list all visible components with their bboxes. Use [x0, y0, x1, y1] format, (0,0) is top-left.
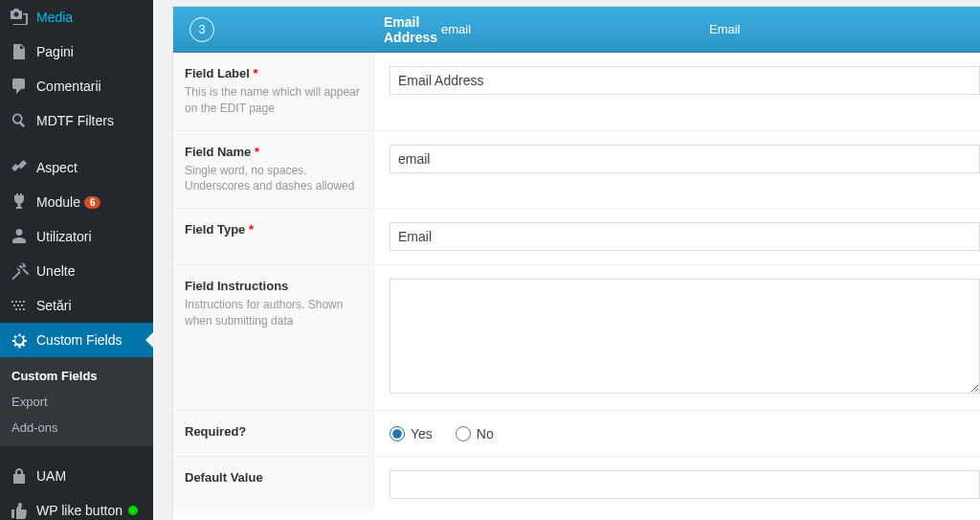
- sidebar-label: MDTF Filters: [36, 113, 114, 128]
- row-field-name: Field Name * Single word, no spaces. Und…: [173, 131, 980, 210]
- field-order-col: 3: [173, 17, 231, 42]
- submenu-item-export[interactable]: Export: [0, 389, 153, 415]
- header-field-name: email: [441, 22, 652, 36]
- comments-icon: [10, 77, 29, 96]
- sidebar-label: Utilizatori: [36, 229, 92, 244]
- row-field-type: Field Type * Email: [173, 209, 980, 265]
- sidebar-item-custom-fields[interactable]: Custom Fields: [0, 323, 153, 357]
- input-field-label[interactable]: [390, 66, 980, 95]
- sidebar-item-module[interactable]: Module 6: [0, 185, 153, 219]
- textarea-field-instructions[interactable]: [390, 279, 980, 394]
- input-field-name[interactable]: [390, 145, 980, 173]
- sidebar-label: Pagini: [36, 44, 74, 59]
- settings-icon: [10, 296, 29, 315]
- main-content: 3 Email Address email Email Field Label …: [172, 6, 980, 520]
- plugins-icon: [10, 192, 29, 212]
- field-header-row[interactable]: 3 Email Address email Email: [173, 7, 980, 53]
- row-field-instructions: Field Instructions Instructions for auth…: [173, 265, 980, 411]
- search-icon: [10, 111, 29, 130]
- row-default-value: Default Value: [173, 457, 980, 512]
- sidebar-item-mdtf-filters[interactable]: MDTF Filters: [0, 103, 153, 138]
- sidebar-item-uam[interactable]: UAM: [0, 459, 153, 493]
- tools-icon: [10, 261, 29, 281]
- required-asterisk: *: [254, 66, 258, 80]
- sidebar-item-setari[interactable]: Setări: [0, 288, 153, 323]
- sidebar-item-utilizatori[interactable]: Utilizatori: [0, 219, 153, 254]
- sidebar-label: Module: [36, 194, 80, 210]
- radio-input-no[interactable]: [456, 426, 471, 441]
- label-required: Required?: [185, 424, 362, 439]
- sidebar-item-unelte[interactable]: Unelte: [0, 254, 153, 288]
- sidebar-item-comentarii[interactable]: Comentarii: [0, 69, 153, 103]
- sidebar-label: Comentarii: [36, 79, 101, 94]
- label-field-instructions: Field Instructions: [185, 279, 362, 293]
- required-asterisk: *: [255, 145, 259, 159]
- users-icon: [10, 227, 29, 246]
- sidebar-item-media[interactable]: Media: [0, 0, 153, 34]
- media-icon: [10, 8, 29, 27]
- update-badge: 6: [84, 196, 101, 209]
- submenu-custom-fields: Custom Fields Export Add-ons: [0, 357, 153, 446]
- desc-field-name: Single word, no spaces. Underscores and …: [185, 163, 362, 195]
- label-field-label: Field Label: [185, 66, 250, 80]
- radio-input-yes[interactable]: [390, 426, 405, 441]
- sidebar-item-wp-like-button[interactable]: WP like button: [0, 493, 153, 520]
- sidebar-label: UAM: [36, 468, 66, 484]
- required-asterisk: *: [249, 222, 254, 237]
- row-required: Required? Yes No: [173, 411, 980, 457]
- menu-separator: [0, 450, 153, 455]
- sidebar-label: Setări: [36, 298, 72, 313]
- sidebar-label: Unelte: [36, 263, 75, 279]
- appearance-icon: [10, 158, 29, 177]
- header-field-label: Email Address: [231, 14, 441, 45]
- label-field-name: Field Name: [185, 145, 251, 159]
- header-field-type: Email: [652, 22, 980, 36]
- status-dot-icon: [128, 506, 138, 515]
- admin-sidebar: Media Pagini Comentarii MDTF Filters: [0, 0, 153, 520]
- input-default-value[interactable]: [390, 470, 980, 499]
- sidebar-label: WP like button: [36, 503, 122, 518]
- sidebar-label: Custom Fields: [36, 332, 122, 348]
- menu-separator: [0, 142, 153, 147]
- sidebar-item-pagini[interactable]: Pagini: [0, 34, 153, 69]
- radio-required-no[interactable]: No: [456, 426, 494, 441]
- desc-field-instructions: Instructions for authors. Shown when sub…: [185, 297, 362, 329]
- radio-required-yes[interactable]: Yes: [390, 426, 433, 441]
- label-field-type: Field Type: [185, 222, 245, 237]
- row-field-label: Field Label * This is the name which wil…: [173, 53, 980, 131]
- sidebar-item-aspect[interactable]: Aspect: [0, 150, 153, 185]
- label-default-value: Default Value: [185, 470, 362, 485]
- gear-icon: [10, 330, 29, 350]
- sidebar-label: Media: [36, 10, 73, 25]
- sidebar-label: Aspect: [36, 160, 78, 175]
- submenu-item-custom-fields[interactable]: Custom Fields: [0, 363, 153, 389]
- field-order-number: 3: [189, 17, 214, 42]
- select-field-type[interactable]: Email: [390, 222, 980, 251]
- submenu-item-addons[interactable]: Add-ons: [0, 415, 153, 441]
- pages-icon: [10, 42, 29, 61]
- lock-icon: [10, 466, 29, 486]
- desc-field-label: This is the name which will appear on th…: [185, 84, 362, 117]
- thumbs-up-icon: [10, 501, 29, 520]
